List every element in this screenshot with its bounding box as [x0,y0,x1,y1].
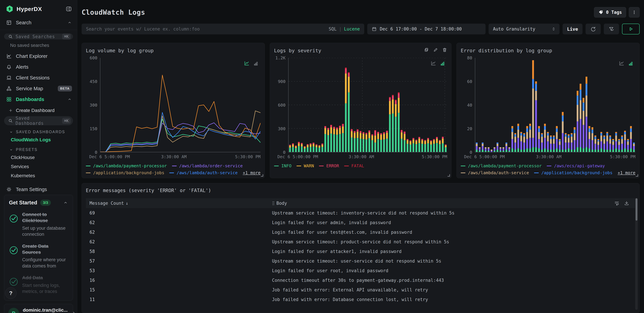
sidebar-item-client-sessions[interactable]: Client Sessions [0,72,77,83]
create-dashboard-button[interactable]: Create Dashboard [0,105,77,115]
sidebar-item-dashboards[interactable]: Dashboards [0,94,77,105]
duplicate-chart-icon[interactable] [424,47,429,52]
legend-item[interactable]: /aws/lambda/payment-processor [461,163,542,168]
sidebar-item-service-map[interactable]: Service Map BETA [0,83,77,94]
filter-button[interactable] [604,24,619,34]
search-input[interactable]: Search your events w/ Lucene ex. column:… [82,24,364,34]
sidebar-item-services[interactable]: Services [0,162,77,171]
table-row[interactable]: 69Upstream service timeout: inventory-se… [86,208,636,218]
section-presets[interactable]: PRESETS [0,144,77,153]
legend-item[interactable]: INFO [274,163,292,168]
saved-searches-input[interactable]: Saved Searches ⌘K [4,33,73,39]
time-range-picker[interactable]: Dec 6 17:00:00 - Dec 7 18:00:00 [367,24,486,34]
sidebar-item-kubernetes[interactable]: Kubernetes [0,171,77,180]
legend-item[interactable]: /application/background-jobs [534,170,612,175]
live-button[interactable]: Live [562,24,582,34]
resize-handle[interactable] [448,174,450,176]
column-header-body[interactable]: Body [272,201,614,206]
help-button[interactable]: ? [5,287,16,299]
get-started-card: Get Started 3/3 Connect to ClickHouse Se… [4,195,73,301]
table-row[interactable]: 15Job failed with error: External API un… [86,285,636,295]
get-started-item-sources[interactable]: Create Data Sources Configure where your… [9,243,68,269]
legend-item[interactable]: FATAL [344,163,364,168]
sidebar-collapse-icon[interactable] [66,6,72,12]
more-menu-button[interactable] [629,7,640,17]
scrollbar-thumb[interactable] [636,198,638,221]
plot-area[interactable] [475,58,636,152]
line-chart-toggle-icon[interactable] [430,60,436,66]
sidebar-item-clickhouse[interactable]: ClickHouse [0,153,77,162]
sql-toggle[interactable]: SQL [328,26,336,31]
table-scrollbar[interactable] [635,198,638,310]
legend-item[interactable]: /aws/lambda/order-service [172,163,243,168]
lucene-toggle[interactable]: Lucene [344,26,360,31]
table-row[interactable]: 58Login failed for user attacker1, inval… [86,247,636,256]
error-messages-panel: Error messages (severity 'ERROR' or 'FAT… [82,183,640,313]
sidebar-item-search[interactable]: Search [0,17,77,28]
table-row[interactable]: 16Connection timeout after 30s to paymen… [86,275,636,285]
check-circle-icon [9,214,18,237]
legend-item[interactable]: WARN [296,163,314,168]
tags-button[interactable]: 0 Tags [594,7,626,17]
chart-legend: /aws/lambda/payment-processor /aws/ecs/a… [461,163,636,175]
user-name: dominic.tran@clic... [23,308,68,313]
wrap-text-icon[interactable] [614,200,620,206]
line-chart-toggle-icon[interactable] [618,60,624,66]
legend-item[interactable]: /aws/lambda/payment-processor [86,163,167,168]
table-row[interactable]: 57Upstream service timeout: user-service… [86,256,636,266]
sidebar-item-label: Service Map [16,86,43,91]
bar-chart-toggle-icon[interactable] [628,61,633,66]
avatar: D [8,308,19,313]
sidebar-item-label: Search [16,20,32,25]
sidebar-item-alerts[interactable]: Alerts [0,62,77,72]
get-started-item-connect[interactable]: Connect to ClickHouse Set up your databa… [9,211,68,237]
legend-item[interactable]: /aws/lambda/auth-service [461,170,529,175]
divider [0,30,77,30]
table-row[interactable]: 62Upstream service timeout: product-serv… [86,237,636,247]
plot-area[interactable] [100,58,260,152]
chevron-up-icon [63,200,68,205]
search-icon [8,34,13,39]
calendar-icon [372,26,377,31]
table-row[interactable]: 11Job failed with error: Database connec… [86,295,636,304]
table-row[interactable]: 62Login failed for user admin, invalid p… [86,218,636,227]
sidebar-item-cloudwatch-logs[interactable]: CloudWatch Logs [0,135,77,144]
table-row[interactable]: 53Login failed for user root, invalid pa… [86,266,636,275]
download-icon[interactable] [624,200,629,206]
section-saved-dashboards[interactable]: SAVED DASHBOARDS [0,127,77,135]
select-arrows-icon [552,27,556,31]
legend-more-link[interactable]: +1 more [618,170,636,175]
main-content: CloudWatch Logs 0 Tags Search your event… [77,0,644,313]
hyperdx-logo-icon [6,5,14,13]
plot-area[interactable] [288,58,447,152]
resize-handle[interactable] [261,174,263,176]
x-axis: Dec 6 5:00:00 PM3:30:00 AM5:30:00 PM [288,154,447,161]
bar-chart-toggle-icon[interactable] [440,61,445,66]
refresh-button[interactable] [586,24,601,34]
chevron-right-icon [71,311,76,313]
legend-more-link[interactable]: +1 more [243,170,260,175]
saved-dashboards-input[interactable]: Saved Dashboards ⌘K [4,116,73,125]
sidebar-item-team-settings[interactable]: Team Settings [0,184,77,195]
granularity-select[interactable]: Auto Granularity [488,24,560,34]
delete-chart-icon[interactable] [442,47,447,52]
line-chart-toggle-icon[interactable] [244,60,250,66]
legend-item[interactable]: /application/background-jobs [86,170,164,175]
column-header-message-count[interactable]: Message Count↓ [90,201,272,206]
legend-item[interactable]: /aws/lambda/auth-service [169,170,238,175]
sidebar-item-label: Alerts [16,64,28,70]
get-started-header[interactable]: Get Started 3/3 [9,200,68,206]
run-query-button[interactable] [622,24,640,34]
legend-item[interactable]: /aws/ecs/api-gateway [547,163,605,168]
sidebar-item-chart-explorer[interactable]: Chart Explorer [0,51,77,62]
bar-chart-toggle-icon[interactable] [253,61,258,66]
legend-item[interactable]: ERROR [319,163,339,168]
get-started-item-add-data[interactable]: Add Data Start sending logs, metrics, or… [9,275,68,295]
resize-handle[interactable] [636,174,638,176]
drag-handle-icon[interactable] [272,201,275,205]
time-range-value: Dec 6 17:00:00 - Dec 7 18:00:00 [380,26,462,31]
user-profile[interactable]: D dominic.tran@clic... dominic.tran@clic… [4,304,73,313]
chevron-up-icon [67,20,72,25]
table-row[interactable]: 62Login failed for user test@test.com, i… [86,227,636,237]
edit-chart-icon[interactable] [433,47,438,52]
